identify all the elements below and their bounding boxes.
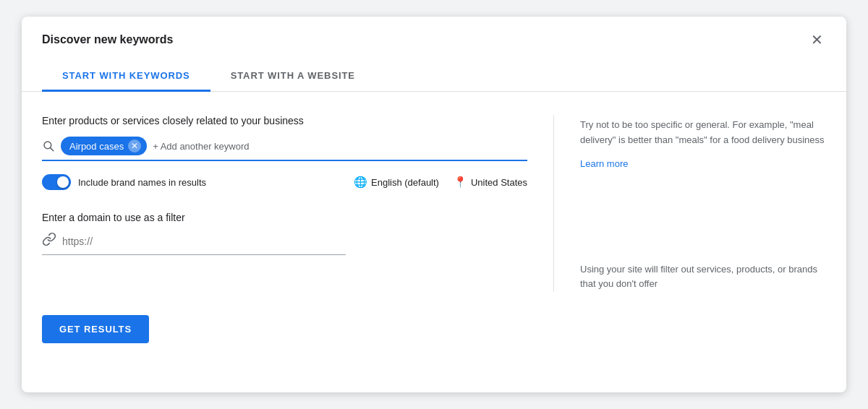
domain-input[interactable]	[62, 236, 346, 247]
add-keyword-button[interactable]: + Add another keyword	[153, 141, 249, 152]
tab-website[interactable]: START WITH A WEBSITE	[210, 61, 375, 92]
tab-keywords[interactable]: START WITH KEYWORDS	[42, 61, 210, 92]
chip-close-button[interactable]: ✕	[128, 139, 141, 152]
pin-icon: 📍	[454, 176, 467, 189]
language-label: English (default)	[371, 177, 439, 188]
get-results-button[interactable]: GET RESULTS	[42, 315, 149, 343]
modal-footer: GET RESULTS	[22, 309, 846, 363]
language-selector[interactable]: 🌐 English (default)	[354, 176, 439, 189]
discover-keywords-modal: Discover new keywords ✕ START WITH KEYWO…	[22, 17, 846, 392]
modal-title: Discover new keywords	[42, 33, 173, 46]
chip-text: Airpod cases	[69, 141, 124, 152]
keywords-section: Enter products or services closely relat…	[42, 115, 527, 190]
keyword-input-row: Airpod cases ✕ + Add another keyword	[42, 137, 527, 161]
brand-names-label: Include brand names in results	[78, 177, 346, 188]
search-icon	[42, 139, 55, 152]
keywords-section-label: Enter products or services closely relat…	[42, 115, 527, 126]
right-tip-domain: Using your site will filter out services…	[580, 228, 826, 293]
right-panel: Try not to be too specific or general. F…	[580, 115, 826, 292]
domain-tip-text: Using your site will filter out services…	[580, 262, 826, 293]
left-panel: Enter products or services closely relat…	[42, 115, 527, 292]
modal-header: Discover new keywords ✕	[22, 17, 846, 50]
domain-section: Enter a domain to use as a filter	[42, 212, 527, 255]
close-icon: ✕	[811, 33, 823, 47]
domain-section-label: Enter a domain to use as a filter	[42, 212, 527, 223]
locale-group: 🌐 English (default) 📍 United States	[354, 176, 527, 189]
link-icon	[42, 232, 56, 250]
keyword-chip: Airpod cases ✕	[61, 137, 147, 155]
learn-more-link[interactable]: Learn more	[580, 158, 628, 169]
modal-body: Enter products or services closely relat…	[22, 92, 846, 309]
chip-close-icon: ✕	[131, 141, 138, 151]
tabs-bar: START WITH KEYWORDS START WITH A WEBSITE	[22, 61, 846, 92]
vertical-divider	[553, 115, 554, 292]
country-label: United States	[471, 177, 527, 188]
toggle-knob	[57, 176, 69, 188]
keywords-tip-text: Try not to be too specific or general. F…	[580, 118, 826, 148]
svg-line-1	[51, 148, 54, 151]
right-tip-keywords: Try not to be too specific or general. F…	[580, 118, 826, 170]
globe-icon: 🌐	[354, 176, 367, 189]
brand-names-toggle[interactable]	[42, 174, 71, 190]
domain-input-row	[42, 232, 346, 255]
country-selector[interactable]: 📍 United States	[454, 176, 527, 189]
brand-names-row: Include brand names in results 🌐 English…	[42, 174, 527, 190]
close-button[interactable]: ✕	[808, 30, 826, 50]
